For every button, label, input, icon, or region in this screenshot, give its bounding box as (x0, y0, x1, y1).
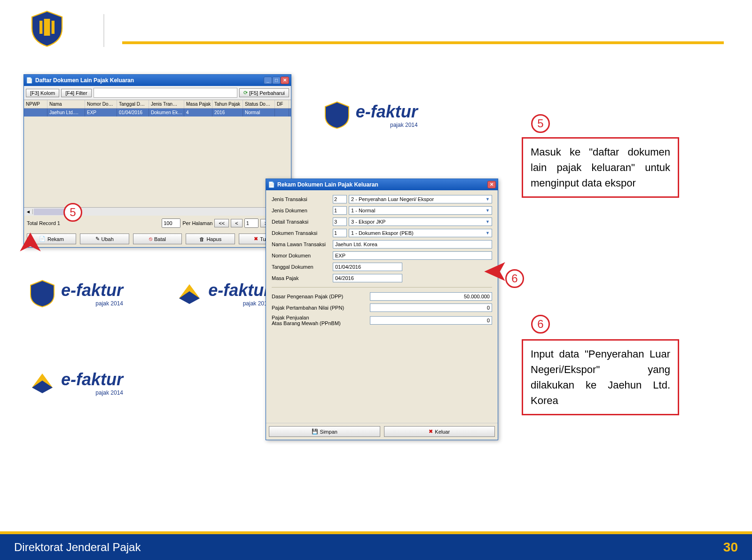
trash-icon: 🗑 (199, 236, 204, 242)
simpan-button[interactable]: 💾Simpan (269, 426, 380, 437)
header-gold-line (122, 41, 724, 44)
maximize-button[interactable]: □ (272, 77, 281, 84)
inp-ppn[interactable] (370, 303, 492, 312)
footer-org-label: Direktorat Jenderal Pajak (14, 541, 141, 554)
idx-dokumen-transaksi[interactable] (333, 229, 347, 237)
inp-dpp[interactable] (370, 292, 492, 301)
col-tanggal[interactable]: Tanggal D… (117, 100, 149, 108)
minimize-button[interactable]: _ (264, 77, 272, 84)
idx-jenis-dokumen[interactable] (333, 206, 347, 215)
form-divider (272, 287, 492, 288)
hapus-button[interactable]: 🗑Hapus (186, 233, 235, 244)
svg-marker-10 (179, 291, 200, 304)
sel-jenis-transaksi[interactable]: 2 - Penyerahan Luar Negeri/ Ekspor▼ (349, 195, 492, 203)
lbl-nomor-dokumen: Nomor Dokumen (272, 253, 333, 258)
lbl-detail-transaksi: Detail Transaksi (272, 219, 333, 225)
svg-marker-13 (20, 233, 40, 251)
red-arrow-icon (484, 262, 505, 281)
inp-masa-pajak[interactable] (333, 274, 402, 282)
footer-gold-line (0, 531, 752, 534)
action-button-bar: 📄Rekam ✎Ubah ⦸Batal 🗑Hapus ✖Tutup (24, 231, 291, 247)
page-number: 30 (723, 540, 738, 555)
filter-input[interactable] (94, 88, 238, 98)
col-tahun-pajak[interactable]: Tahun Pajak (212, 100, 243, 108)
col-npwp[interactable]: NPWP (24, 100, 47, 108)
idx-detail-transaksi[interactable] (333, 218, 347, 226)
inp-tanggal-dokumen[interactable] (333, 263, 402, 271)
refresh-button[interactable]: ⟳[F5] Perbaharui (239, 88, 289, 97)
svg-rect-2 (52, 21, 55, 34)
lbl-jenis-dokumen: Jenis Dokumen (272, 208, 333, 213)
lbl-jenis-transaksi: Jenis Transaksi (272, 196, 333, 202)
table-row[interactable]: Jaehun Ltd.… EXP 01/04/2016 Dokumen Ek… … (24, 109, 291, 117)
app-icon: 📄 (26, 77, 33, 84)
red-arrow-icon (20, 233, 41, 251)
window-rekam-dokumen: 📄Rekam Dokumen Lain Pajak Keluaran ✕ Jen… (266, 179, 498, 440)
step-number-5-badge: 5 (531, 114, 550, 133)
batal-button[interactable]: ⦸Batal (133, 233, 182, 244)
page-first-button[interactable]: << (214, 219, 229, 227)
save-icon: 💾 (312, 428, 318, 435)
grid-header: NPWP Nama Nomor Do… Tanggal D… Jenis Tra… (24, 100, 291, 109)
titlebar-daftar[interactable]: 📄Daftar Dokumen Lain Pajak Keluaran _ □ … (24, 75, 291, 86)
callout-text: Masuk ke "daftar dokumen lain pajak kelu… (531, 146, 670, 189)
lbl-masa-pajak: Masa Pajak (272, 275, 333, 281)
inp-ppnbm[interactable] (370, 316, 492, 325)
lbl-ppnbm: Pajak Penjualan Atas Barang Mewah (PPnBM… (272, 315, 352, 326)
inp-nama-lawan[interactable] (333, 240, 492, 249)
col-status[interactable]: Status Do… (243, 100, 275, 108)
edit-icon: ✎ (95, 236, 100, 242)
per-halaman-input[interactable] (162, 218, 180, 228)
lbl-dokumen-transaksi: Dokumen Transaksi (272, 230, 333, 236)
page-current-input[interactable] (244, 218, 258, 228)
form-body: Jenis Transaksi2 - Penyerahan Luar Neger… (266, 190, 498, 423)
close-icon: ✖ (254, 236, 258, 242)
col-nomor-dokumen[interactable]: Nomor Do… (85, 100, 117, 108)
svg-rect-0 (44, 19, 50, 36)
sel-dokumen-transaksi[interactable]: 1 - Dokumen Ekspor (PEB)▼ (349, 229, 492, 237)
close-button[interactable]: ✕ (281, 77, 289, 84)
step-number-6-badge: 6 (531, 315, 550, 334)
lbl-ppn: Pajak Pertambahan Nilai (PPN) (272, 305, 352, 311)
cancel-icon: ⦸ (149, 236, 152, 242)
kolom-button[interactable]: [F3] Kolom (26, 89, 59, 97)
col-nama[interactable]: Nama (47, 100, 85, 108)
chevron-down-icon: ▼ (486, 208, 490, 213)
header-divider (103, 14, 104, 47)
ubah-button[interactable]: ✎Ubah (80, 233, 129, 244)
lbl-dpp: Dasar Pengenaan Pajak (DPP) (272, 294, 352, 299)
filter-toolbar: [F3] Kolom [F4] Filter ⟳[F5] Perbaharui (24, 86, 291, 100)
callout-step-6: Input data "Penyerahan Luar Negeri/Ekspo… (522, 339, 679, 415)
inp-nomor-dokumen[interactable] (333, 251, 492, 260)
window-title: Rekam Dokumen Lain Pajak Keluaran (277, 181, 378, 188)
total-record-label: Total Record 1 (27, 220, 60, 226)
svg-marker-12 (32, 381, 53, 393)
window-daftar-dokumen: 📄Daftar Dokumen Lain Pajak Keluaran _ □ … (24, 74, 291, 248)
per-halaman-label: Per Halaman (182, 220, 212, 226)
col-df[interactable]: DF (275, 100, 289, 108)
svg-rect-1 (39, 21, 42, 34)
chevron-down-icon: ▼ (486, 231, 490, 235)
marker-5-inline: 5 (63, 203, 82, 222)
pager-bar: Total Record 1 Per Halaman << < > >> (24, 216, 291, 231)
window-title: Daftar Dokumen Lain Pajak Keluaran (35, 77, 134, 84)
keluar-button[interactable]: ✖Keluar (384, 426, 495, 437)
app-icon: 📄 (268, 181, 275, 188)
exit-icon: ✖ (429, 428, 433, 435)
gov-shield-logo-icon (28, 9, 66, 47)
chevron-down-icon: ▼ (486, 219, 490, 224)
page-prev-button[interactable]: < (231, 219, 242, 227)
lbl-nama-lawan: Nama Lawan Transaksi (272, 241, 333, 247)
sel-detail-transaksi[interactable]: 3 - Ekspor JKP▼ (349, 218, 492, 226)
grid-body[interactable]: Jaehun Ltd.… EXP 01/04/2016 Dokumen Ek… … (24, 109, 291, 207)
col-masa-pajak[interactable]: Masa Pajak (184, 100, 212, 108)
close-button[interactable]: ✕ (487, 181, 496, 188)
slide-footer: Direktorat Jenderal Pajak 30 (0, 534, 752, 560)
idx-jenis-transaksi[interactable] (333, 195, 347, 203)
filter-button[interactable]: [F4] Filter (61, 89, 91, 97)
form-button-bar: 💾Simpan ✖Keluar (266, 423, 498, 440)
callout-text: Input data "Penyerahan Luar Negeri/Ekspo… (531, 348, 670, 406)
sel-jenis-dokumen[interactable]: 1 - Normal▼ (349, 206, 492, 215)
col-jenis-transaksi[interactable]: Jenis Tran… (149, 100, 184, 108)
titlebar-rekam[interactable]: 📄Rekam Dokumen Lain Pajak Keluaran ✕ (266, 179, 498, 190)
